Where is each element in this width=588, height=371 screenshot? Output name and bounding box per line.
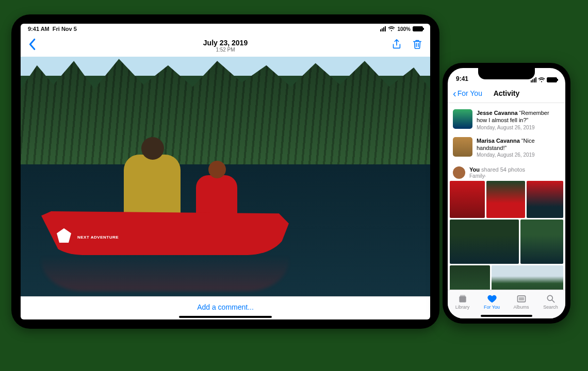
- status-date: Fri Nov 5: [53, 26, 77, 32]
- photo-time: 1:52 PM: [203, 47, 248, 53]
- tab-label: For You: [484, 305, 500, 310]
- photo-viewport[interactable]: NEXT ADVENTURE: [21, 57, 430, 296]
- activity-item[interactable]: Jesse Cavanna “Remember how I almost fel…: [453, 106, 560, 134]
- photo-grid: [448, 181, 565, 290]
- battery-percent: 100%: [397, 26, 411, 32]
- wifi-icon: [538, 77, 545, 82]
- photo-canoe: NEXT ADVENTURE: [41, 178, 289, 255]
- chevron-left-icon: ‹: [453, 88, 456, 98]
- shared-header[interactable]: You shared 54 photos Family ›: [448, 164, 565, 181]
- activity-date: Monday, August 26, 2019: [477, 124, 560, 131]
- back-button[interactable]: ‹ For You: [453, 88, 482, 98]
- cellular-signal-icon: [380, 26, 386, 31]
- svg-rect-3: [519, 297, 524, 301]
- status-time: 9:41 AM: [28, 26, 50, 32]
- grid-photo[interactable]: [492, 265, 563, 290]
- photo-canoe-body: NEXT ADVENTURE: [41, 211, 289, 255]
- chevron-left-icon: [28, 38, 36, 50]
- shared-you: You: [469, 166, 480, 173]
- ipad-nav-bar: July 23, 2019 1:52 PM: [21, 34, 430, 57]
- comment-input[interactable]: Add a comment...: [21, 296, 430, 317]
- share-icon: [391, 39, 402, 50]
- grid-photo[interactable]: [527, 181, 563, 218]
- grid-photo[interactable]: [486, 181, 525, 218]
- back-button[interactable]: [28, 38, 36, 53]
- svg-rect-1: [460, 295, 465, 297]
- grid-photo[interactable]: [450, 220, 519, 264]
- tab-search[interactable]: Search: [536, 290, 565, 313]
- ipad-screen: 9:41 AM Fri Nov 5 100% July 23, 2019 1:5…: [21, 24, 430, 319]
- tab-albums[interactable]: Albums: [507, 290, 536, 313]
- delete-button[interactable]: [412, 39, 423, 52]
- notch: [478, 68, 535, 79]
- avatar: [453, 166, 465, 179]
- chevron-right-icon: ›: [484, 173, 486, 179]
- shared-album: Family: [469, 173, 484, 179]
- share-button[interactable]: [391, 39, 402, 52]
- iphone-nav-bar: ‹ For You Activity: [448, 83, 565, 103]
- shared-rest: shared 54 photos: [480, 166, 525, 173]
- search-icon: [546, 294, 556, 304]
- activity-name: Jesse Cavanna: [477, 110, 518, 116]
- activity-name: Marisa Cavanna: [477, 138, 520, 144]
- photo-date: July 23, 2019: [203, 39, 248, 47]
- trash-icon: [412, 39, 423, 50]
- grid-photo[interactable]: [450, 265, 490, 290]
- iphone-device: 9:41 ‹ For You Activity Jesse Cavanna “R…: [443, 63, 570, 324]
- tab-bar: Library For You Albums Search: [448, 290, 565, 318]
- home-indicator[interactable]: [481, 315, 532, 317]
- home-indicator[interactable]: [179, 316, 272, 318]
- activity-list: Jesse Cavanna “Remember how I almost fel…: [448, 103, 565, 164]
- tab-label: Albums: [513, 305, 529, 310]
- comment-placeholder: Add a comment...: [197, 303, 254, 311]
- ipad-status-bar: 9:41 AM Fri Nov 5 100%: [21, 24, 430, 34]
- iphone-screen: 9:41 ‹ For You Activity Jesse Cavanna “R…: [448, 68, 565, 318]
- back-label: For You: [458, 89, 482, 97]
- photo-title: July 23, 2019 1:52 PM: [203, 39, 248, 53]
- canoe-logo-icon: [57, 228, 71, 243]
- battery-icon: [547, 77, 557, 82]
- for-you-icon: [487, 294, 497, 304]
- library-icon: [458, 294, 468, 304]
- activity-date: Monday, August 26, 2019: [477, 151, 560, 158]
- tab-label: Search: [543, 305, 558, 310]
- canoe-logo-text: NEXT ADVENTURE: [77, 235, 119, 240]
- grid-photo[interactable]: [450, 181, 485, 218]
- svg-point-4: [547, 295, 552, 300]
- tab-for-you[interactable]: For You: [477, 290, 507, 313]
- ipad-device: 9:41 AM Fri Nov 5 100% July 23, 2019 1:5…: [11, 14, 439, 329]
- photo-trees: [21, 57, 430, 164]
- photo-reflection: [41, 255, 289, 291]
- page-title: Activity: [494, 89, 520, 97]
- activity-thumbnail: [453, 137, 472, 157]
- tab-library[interactable]: Library: [448, 290, 477, 313]
- svg-rect-0: [459, 296, 466, 302]
- tab-label: Library: [455, 305, 470, 310]
- grid-photo[interactable]: [520, 220, 563, 264]
- albums-icon: [516, 294, 527, 304]
- battery-icon: [413, 26, 423, 31]
- activity-thumbnail: [453, 109, 472, 129]
- status-time: 9:41: [456, 75, 468, 82]
- wifi-icon: [388, 26, 395, 31]
- activity-item[interactable]: Marisa Cavanna “Nice handstand!” Monday,…: [453, 134, 560, 162]
